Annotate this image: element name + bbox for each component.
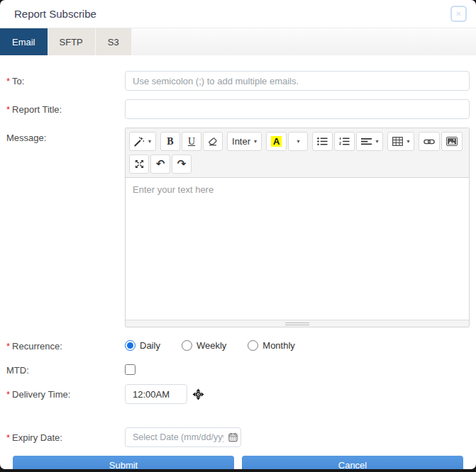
chevron-down-icon: ▾ — [375, 138, 378, 145]
undo-icon: ↶ — [156, 159, 165, 169]
position-crosshair-icon[interactable] — [192, 388, 204, 400]
daily-radio[interactable] — [125, 340, 135, 351]
chevron-down-icon: ▾ — [148, 138, 151, 145]
redo-icon: ↷ — [177, 159, 187, 169]
recurrence-label: *Recurrence: — [6, 336, 125, 352]
font-color-button[interactable]: A — [266, 132, 287, 151]
undo-button[interactable]: ↶ — [150, 154, 170, 174]
font-color-dropdown[interactable]: ▾ — [288, 132, 308, 151]
message-placeholder: Enter your text here — [133, 184, 214, 195]
chevron-down-icon: ▾ — [406, 138, 409, 145]
delivery-time-label: *Delivery Time: — [6, 384, 125, 404]
required-asterisk: * — [6, 104, 10, 115]
unordered-list-button[interactable] — [312, 132, 333, 151]
mtd-row: MTD: — [6, 360, 470, 376]
clear-format-button[interactable] — [203, 132, 223, 151]
rich-text-editor: ▾ B U Inter — [125, 128, 470, 327]
message-row: Message: ▾ B U — [6, 128, 470, 327]
unordered-list-icon — [317, 137, 328, 146]
paragraph-align-button[interactable]: ▾ — [356, 132, 383, 151]
submit-button[interactable]: Submit — [13, 456, 234, 469]
tab-bar: Email SFTP S3 — [0, 28, 476, 55]
form-content: *To: *Report Title: Message: — [0, 55, 476, 469]
table-icon — [392, 137, 403, 146]
dialog-header: Report Subscribe ✕ — [0, 0, 476, 28]
mtd-checkbox[interactable] — [125, 364, 135, 375]
delivery-time-row: *Delivery Time: — [6, 384, 470, 404]
required-asterisk: * — [6, 341, 10, 352]
underline-button[interactable]: U — [182, 132, 201, 151]
recurrence-options: Daily Weekly Monthly — [125, 336, 295, 352]
link-icon — [424, 137, 435, 146]
recurrence-row: *Recurrence: Daily Weekly Monthly — [6, 336, 470, 352]
fullscreen-icon — [135, 159, 144, 169]
close-icon[interactable]: ✕ — [450, 6, 467, 22]
report-subscribe-dialog: Report Subscribe ✕ Email SFTP S3 *To: *R… — [0, 0, 476, 469]
editor-toolbar: ▾ B U Inter — [126, 128, 469, 178]
monthly-radio[interactable] — [248, 340, 258, 351]
editor-resize-handle[interactable] — [126, 320, 469, 327]
bold-button[interactable]: B — [160, 132, 180, 151]
required-asterisk: * — [6, 76, 10, 86]
expiry-date-row: *Expiry Date: — [6, 427, 470, 447]
tab-s3[interactable]: S3 — [96, 28, 132, 55]
report-title-input[interactable] — [125, 99, 470, 119]
tab-email[interactable]: Email — [0, 28, 48, 55]
eraser-icon — [208, 137, 218, 147]
redo-button[interactable]: ↷ — [172, 154, 192, 174]
message-label: Message: — [6, 128, 125, 327]
expiry-date-label: *Expiry Date: — [6, 427, 125, 447]
expiry-date-input[interactable] — [125, 427, 241, 447]
to-row: *To: — [6, 71, 470, 91]
font-color-swatch: A — [271, 136, 282, 147]
style-dropdown-button[interactable]: ▾ — [129, 132, 156, 151]
recurrence-option-weekly[interactable]: Weekly — [182, 340, 226, 351]
to-label: *To: — [6, 71, 125, 91]
dialog-footer: Submit Cancel — [6, 456, 470, 469]
tab-sftp[interactable]: SFTP — [48, 28, 96, 55]
recurrence-option-daily[interactable]: Daily — [125, 340, 160, 351]
mtd-label: MTD: — [6, 360, 125, 376]
message-editarea[interactable]: Enter your text here — [126, 178, 469, 320]
insert-picture-button[interactable] — [441, 132, 463, 151]
chevron-down-icon: ▾ — [254, 138, 257, 145]
ordered-list-icon — [339, 137, 350, 146]
magic-wand-icon — [134, 136, 145, 147]
recurrence-option-monthly[interactable]: Monthly — [248, 340, 295, 351]
font-family-dropdown[interactable]: Inter ▾ — [227, 132, 262, 151]
weekly-radio[interactable] — [182, 340, 192, 351]
report-title-label: *Report Title: — [6, 99, 125, 119]
chevron-down-icon: ▾ — [297, 138, 299, 145]
delivery-time-input[interactable] — [125, 384, 187, 404]
link-button[interactable] — [419, 132, 440, 151]
fullscreen-button[interactable] — [129, 154, 149, 174]
paragraph-align-icon — [361, 137, 372, 146]
required-asterisk: * — [6, 432, 10, 443]
table-button[interactable]: ▾ — [387, 132, 414, 151]
report-title-row: *Report Title: — [6, 99, 470, 119]
required-asterisk: * — [6, 389, 10, 400]
picture-icon — [446, 137, 458, 146]
cancel-button[interactable]: Cancel — [242, 456, 463, 469]
dialog-title: Report Subscribe — [14, 8, 96, 20]
ordered-list-button[interactable] — [334, 132, 355, 151]
to-input[interactable] — [125, 71, 470, 91]
